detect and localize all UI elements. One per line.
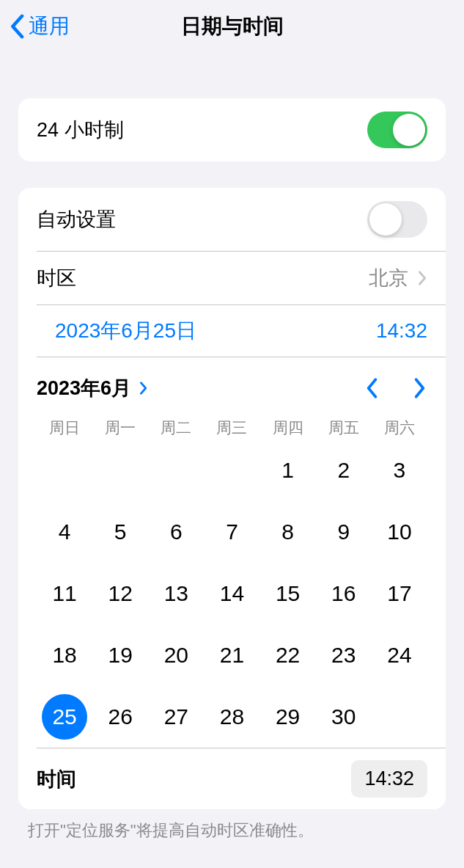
month-picker-button[interactable]: 2023年6月 — [37, 375, 149, 401]
selected-date-button[interactable]: 2023年6月25日 — [55, 317, 196, 345]
calendar-day[interactable]: 5 — [92, 511, 148, 552]
chevron-right-icon — [139, 380, 149, 396]
weekday-header: 周六 — [372, 417, 427, 438]
chevron-left-icon — [364, 377, 379, 399]
next-month-button[interactable] — [413, 377, 427, 399]
calendar-day[interactable]: 2 — [316, 450, 372, 491]
calendar-day[interactable]: 1 — [260, 450, 316, 491]
calendar-day[interactable]: 15 — [260, 573, 316, 614]
calendar-day[interactable]: 30 — [316, 696, 372, 737]
calendar-day[interactable]: 11 — [37, 573, 92, 614]
chevron-left-icon — [9, 14, 25, 39]
weekday-header: 周一 — [92, 417, 148, 438]
back-button[interactable]: 通用 — [0, 12, 70, 40]
selected-time-button[interactable]: 14:32 — [376, 319, 427, 343]
calendar-day[interactable]: 20 — [148, 635, 204, 676]
twenty-four-hour-switch[interactable] — [367, 112, 427, 148]
auto-set-label: 自动设置 — [37, 206, 116, 233]
calendar-day[interactable]: 25 — [37, 696, 92, 737]
calendar-day[interactable]: 9 — [316, 511, 372, 552]
calendar-day[interactable]: 27 — [148, 696, 204, 737]
time-picker-button[interactable]: 14:32 — [351, 760, 427, 798]
footer-note: 打开"定位服务"将提高自动时区准确性。 — [28, 820, 436, 842]
weekday-header: 周四 — [260, 417, 316, 438]
calendar-day[interactable]: 4 — [37, 511, 92, 552]
calendar-day[interactable]: 23 — [316, 635, 372, 676]
timezone-value: 北京 — [369, 265, 408, 291]
calendar-day[interactable]: 28 — [204, 696, 259, 737]
calendar-day-empty — [92, 450, 148, 491]
calendar-day[interactable]: 29 — [260, 696, 316, 737]
calendar-day[interactable]: 6 — [148, 511, 204, 552]
month-label: 2023年6月 — [37, 375, 131, 401]
calendar-day[interactable]: 17 — [372, 573, 427, 614]
calendar-day-empty — [148, 450, 204, 491]
calendar-day[interactable]: 13 — [148, 573, 204, 614]
calendar-day[interactable]: 12 — [92, 573, 148, 614]
chevron-right-icon — [417, 270, 427, 286]
calendar-day[interactable]: 3 — [372, 450, 427, 491]
timezone-label: 时区 — [37, 265, 76, 291]
time-label: 时间 — [37, 766, 76, 792]
twenty-four-hour-label: 24 小时制 — [37, 117, 124, 143]
calendar-day[interactable]: 18 — [37, 635, 92, 676]
calendar-day[interactable]: 21 — [204, 635, 259, 676]
calendar-day[interactable]: 22 — [260, 635, 316, 676]
calendar-day[interactable]: 26 — [92, 696, 148, 737]
calendar-day[interactable]: 24 — [372, 635, 427, 676]
calendar-day[interactable]: 10 — [372, 511, 427, 552]
calendar-day[interactable]: 7 — [204, 511, 259, 552]
calendar-day[interactable]: 16 — [316, 573, 372, 614]
weekday-header: 周二 — [148, 417, 204, 438]
calendar-day[interactable]: 19 — [92, 635, 148, 676]
calendar-day-empty — [37, 450, 92, 491]
calendar-day-empty — [204, 450, 259, 491]
weekday-header: 周日 — [37, 417, 92, 438]
weekday-header: 周三 — [204, 417, 259, 438]
calendar-day[interactable]: 14 — [204, 573, 259, 614]
back-label: 通用 — [29, 12, 70, 40]
weekday-header: 周五 — [316, 417, 372, 438]
prev-month-button[interactable] — [364, 377, 379, 399]
auto-set-switch[interactable] — [367, 201, 427, 238]
calendar-day[interactable]: 8 — [260, 511, 316, 552]
chevron-right-icon — [413, 377, 427, 399]
timezone-row[interactable]: 北京 — [369, 265, 427, 291]
